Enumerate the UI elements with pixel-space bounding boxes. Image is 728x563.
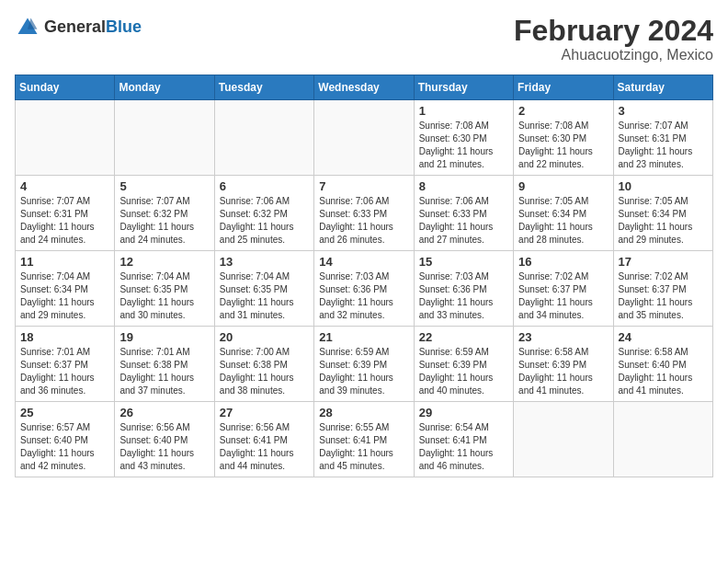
table-row: 20Sunrise: 7:00 AM Sunset: 6:38 PM Dayli… <box>214 327 313 402</box>
day-info: Sunrise: 7:04 AM Sunset: 6:35 PM Dayligh… <box>220 270 309 322</box>
day-number: 8 <box>419 179 508 193</box>
day-number: 22 <box>419 330 508 344</box>
day-number: 13 <box>220 255 309 269</box>
day-info: Sunrise: 7:00 AM Sunset: 6:38 PM Dayligh… <box>220 346 309 397</box>
header: GeneralBlue February 2024 Ahuacuotzingo,… <box>15 15 713 63</box>
day-number: 14 <box>319 255 408 269</box>
table-row <box>214 100 313 176</box>
table-row: 24Sunrise: 6:58 AM Sunset: 6:40 PM Dayli… <box>613 327 712 402</box>
day-info: Sunrise: 7:07 AM Sunset: 6:31 PM Dayligh… <box>619 120 708 171</box>
day-info: Sunrise: 7:02 AM Sunset: 6:37 PM Dayligh… <box>619 270 708 322</box>
header-wednesday: Wednesday <box>314 75 414 100</box>
day-number: 5 <box>119 179 209 193</box>
day-number: 15 <box>419 255 508 269</box>
day-number: 18 <box>20 330 109 344</box>
table-row: 4Sunrise: 7:07 AM Sunset: 6:31 PM Daylig… <box>16 176 115 251</box>
table-row: 25Sunrise: 6:57 AM Sunset: 6:40 PM Dayli… <box>16 402 115 477</box>
day-number: 21 <box>319 330 408 344</box>
day-number: 6 <box>220 179 309 193</box>
calendar-week-row: 11Sunrise: 7:04 AM Sunset: 6:34 PM Dayli… <box>16 251 713 327</box>
day-number: 26 <box>119 406 209 419</box>
table-row: 8Sunrise: 7:06 AM Sunset: 6:33 PM Daylig… <box>414 176 513 251</box>
day-info: Sunrise: 7:02 AM Sunset: 6:37 PM Dayligh… <box>518 270 608 322</box>
header-friday: Friday <box>514 75 613 100</box>
table-row: 13Sunrise: 7:04 AM Sunset: 6:35 PM Dayli… <box>214 251 313 327</box>
table-row: 16Sunrise: 7:02 AM Sunset: 6:37 PM Dayli… <box>514 251 613 327</box>
table-row: 1Sunrise: 7:08 AM Sunset: 6:30 PM Daylig… <box>414 100 513 176</box>
calendar-week-row: 1Sunrise: 7:08 AM Sunset: 6:30 PM Daylig… <box>16 100 713 176</box>
calendar-header-row: Sunday Monday Tuesday Wednesday Thursday… <box>16 75 713 100</box>
table-row <box>514 402 613 477</box>
calendar-week-row: 25Sunrise: 6:57 AM Sunset: 6:40 PM Dayli… <box>16 402 713 477</box>
location-title: Ahuacuotzingo, Mexico <box>514 47 713 63</box>
day-number: 23 <box>518 330 608 344</box>
day-info: Sunrise: 6:59 AM Sunset: 6:39 PM Dayligh… <box>419 346 508 397</box>
day-info: Sunrise: 7:07 AM Sunset: 6:31 PM Dayligh… <box>20 195 109 247</box>
title-area: February 2024 Ahuacuotzingo, Mexico <box>514 15 713 63</box>
table-row: 3Sunrise: 7:07 AM Sunset: 6:31 PM Daylig… <box>613 100 712 176</box>
day-number: 16 <box>518 255 608 269</box>
day-number: 3 <box>619 104 708 118</box>
table-row: 21Sunrise: 6:59 AM Sunset: 6:39 PM Dayli… <box>314 327 414 402</box>
day-info: Sunrise: 6:58 AM Sunset: 6:39 PM Dayligh… <box>518 346 608 397</box>
day-info: Sunrise: 7:06 AM Sunset: 6:33 PM Dayligh… <box>319 195 408 247</box>
table-row: 26Sunrise: 6:56 AM Sunset: 6:40 PM Dayli… <box>115 402 214 477</box>
table-row <box>314 100 414 176</box>
table-row: 15Sunrise: 7:03 AM Sunset: 6:36 PM Dayli… <box>414 251 513 327</box>
header-tuesday: Tuesday <box>214 75 313 100</box>
day-number: 29 <box>419 406 508 419</box>
day-info: Sunrise: 7:08 AM Sunset: 6:30 PM Dayligh… <box>518 120 608 171</box>
day-info: Sunrise: 7:08 AM Sunset: 6:30 PM Dayligh… <box>419 120 508 171</box>
table-row: 18Sunrise: 7:01 AM Sunset: 6:37 PM Dayli… <box>16 327 115 402</box>
day-info: Sunrise: 6:55 AM Sunset: 6:41 PM Dayligh… <box>319 421 408 473</box>
day-info: Sunrise: 7:01 AM Sunset: 6:37 PM Dayligh… <box>20 346 109 397</box>
table-row: 6Sunrise: 7:06 AM Sunset: 6:32 PM Daylig… <box>214 176 313 251</box>
day-info: Sunrise: 7:06 AM Sunset: 6:33 PM Dayligh… <box>419 195 508 247</box>
table-row: 12Sunrise: 7:04 AM Sunset: 6:35 PM Dayli… <box>115 251 214 327</box>
day-number: 10 <box>619 179 708 193</box>
day-info: Sunrise: 6:57 AM Sunset: 6:40 PM Dayligh… <box>20 421 109 473</box>
day-number: 24 <box>619 330 708 344</box>
table-row: 19Sunrise: 7:01 AM Sunset: 6:38 PM Dayli… <box>115 327 214 402</box>
table-row: 7Sunrise: 7:06 AM Sunset: 6:33 PM Daylig… <box>314 176 414 251</box>
day-number: 2 <box>518 104 608 118</box>
day-info: Sunrise: 6:56 AM Sunset: 6:40 PM Dayligh… <box>119 421 209 473</box>
table-row <box>16 100 115 176</box>
day-number: 12 <box>119 255 209 269</box>
table-row: 17Sunrise: 7:02 AM Sunset: 6:37 PM Dayli… <box>613 251 712 327</box>
day-number: 28 <box>319 406 408 419</box>
logo-icon <box>15 15 40 40</box>
day-info: Sunrise: 6:58 AM Sunset: 6:40 PM Dayligh… <box>619 346 708 397</box>
calendar-week-row: 18Sunrise: 7:01 AM Sunset: 6:37 PM Dayli… <box>16 327 713 402</box>
logo-general: GeneralBlue <box>44 18 142 37</box>
header-thursday: Thursday <box>414 75 513 100</box>
header-saturday: Saturday <box>613 75 712 100</box>
table-row: 27Sunrise: 6:56 AM Sunset: 6:41 PM Dayli… <box>214 402 313 477</box>
table-row: 10Sunrise: 7:05 AM Sunset: 6:34 PM Dayli… <box>613 176 712 251</box>
table-row: 23Sunrise: 6:58 AM Sunset: 6:39 PM Dayli… <box>514 327 613 402</box>
table-row: 9Sunrise: 7:05 AM Sunset: 6:34 PM Daylig… <box>514 176 613 251</box>
day-number: 11 <box>20 255 109 269</box>
day-number: 25 <box>20 406 109 419</box>
day-info: Sunrise: 7:04 AM Sunset: 6:35 PM Dayligh… <box>119 270 209 322</box>
day-number: 9 <box>518 179 608 193</box>
calendar-week-row: 4Sunrise: 7:07 AM Sunset: 6:31 PM Daylig… <box>16 176 713 251</box>
header-monday: Monday <box>115 75 214 100</box>
table-row: 5Sunrise: 7:07 AM Sunset: 6:32 PM Daylig… <box>115 176 214 251</box>
day-info: Sunrise: 7:05 AM Sunset: 6:34 PM Dayligh… <box>518 195 608 247</box>
table-row <box>613 402 712 477</box>
day-info: Sunrise: 7:04 AM Sunset: 6:34 PM Dayligh… <box>20 270 109 322</box>
table-row <box>115 100 214 176</box>
day-info: Sunrise: 6:54 AM Sunset: 6:41 PM Dayligh… <box>419 421 508 473</box>
day-info: Sunrise: 7:03 AM Sunset: 6:36 PM Dayligh… <box>319 270 408 322</box>
day-number: 4 <box>20 179 109 193</box>
table-row: 29Sunrise: 6:54 AM Sunset: 6:41 PM Dayli… <box>414 402 513 477</box>
table-row: 28Sunrise: 6:55 AM Sunset: 6:41 PM Dayli… <box>314 402 414 477</box>
day-number: 19 <box>119 330 209 344</box>
day-info: Sunrise: 6:59 AM Sunset: 6:39 PM Dayligh… <box>319 346 408 397</box>
calendar-table: Sunday Monday Tuesday Wednesday Thursday… <box>15 75 713 477</box>
day-info: Sunrise: 6:56 AM Sunset: 6:41 PM Dayligh… <box>220 421 309 473</box>
day-number: 1 <box>419 104 508 118</box>
month-title: February 2024 <box>514 15 713 47</box>
header-sunday: Sunday <box>16 75 115 100</box>
